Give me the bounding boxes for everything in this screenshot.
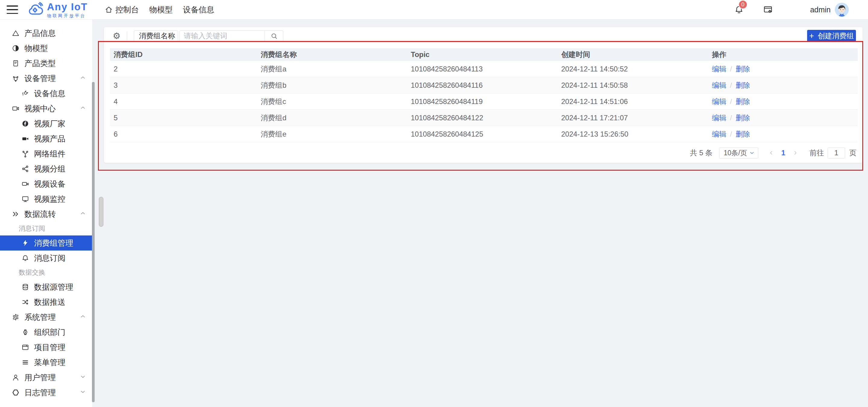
prev-page-button[interactable] (766, 148, 776, 159)
topnav-device-info[interactable]: 设备信息 (183, 0, 214, 19)
document-icon (11, 59, 20, 67)
sidebar-item-product-type[interactable]: 产品类型 (0, 56, 92, 71)
edit-link[interactable]: 编辑 (712, 81, 726, 89)
content-scrollbar[interactable] (99, 197, 103, 227)
chevron-up-icon (80, 313, 86, 322)
sidebar-item-device-management[interactable]: 设备管理 (0, 71, 92, 86)
sidebar-item-label: 菜单管理 (34, 357, 65, 368)
table-row: 3消费组b1010842582604841162024-12-11 14:50:… (110, 77, 858, 93)
sidebar: 产品信息物模型产品类型设备管理设备信息视频中心视频厂家视频产品网络组件视频分组视… (0, 19, 92, 407)
sidebar-item-consumer-group-management[interactable]: 消费组管理 (0, 236, 92, 251)
console-panel-icon[interactable] (762, 4, 774, 16)
home-icon (104, 5, 113, 14)
sidebar-item-label: 消息订阅 (34, 253, 65, 263)
sidebar-item-video-center[interactable]: 视频中心 (0, 101, 92, 116)
cell-id: 5 (110, 114, 261, 122)
sidebar-item-video-device[interactable]: 视频设备 (0, 176, 92, 191)
delete-link[interactable]: 删除 (736, 130, 750, 138)
sidebar-item-menu-management[interactable]: 菜单管理 (0, 355, 92, 370)
chevron-down-icon (749, 150, 755, 156)
sidebar-item-data-push[interactable]: 数据推送 (0, 294, 92, 310)
topnav-thing-model[interactable]: 物模型 (149, 0, 173, 19)
sidebar-item-label: 数据流转 (24, 209, 56, 219)
sidebar-item-video-vendor[interactable]: 视频厂家 (0, 116, 92, 131)
sidebar-item-device-info[interactable]: 设备信息 (0, 86, 92, 101)
delete-link[interactable]: 删除 (736, 65, 750, 73)
column-settings-gear-icon[interactable]: ⚙ (110, 30, 123, 41)
logo-subtitle: 物联网开放平台 (47, 13, 88, 18)
table-row: 6消费组e1010842582604841252024-12-13 15:26:… (110, 126, 858, 142)
cell-topic: 101084258260484116 (411, 81, 561, 90)
cell-name: 消费组c (261, 97, 411, 106)
sidebar-item-label: 系统管理 (24, 312, 56, 322)
sidebar-item-label: 产品信息 (24, 28, 56, 39)
sidebar-item-message-subscription[interactable]: 消息订阅 (0, 251, 92, 265)
page-size-select[interactable]: 10条/页 (719, 148, 758, 159)
sidebar-item-label: 数据推送 (34, 297, 65, 308)
delete-link[interactable]: 删除 (736, 97, 750, 105)
search-input[interactable] (179, 30, 265, 41)
half-circle-icon (11, 44, 20, 53)
table-row: 4消费组c1010842582604841192024-12-11 14:51:… (110, 93, 858, 110)
topbar-right: 0 admin (733, 3, 849, 17)
cell-name: 消费组b (261, 81, 411, 90)
cell-id: 3 (110, 81, 261, 90)
sidebar-item-org-department[interactable]: 组织部门 (0, 325, 92, 340)
topnav-label: 控制台 (116, 4, 139, 15)
cell-actions: 编辑/删除 (712, 64, 858, 74)
sidebar-item-video-group[interactable]: 视频分组 (0, 161, 92, 176)
cell-topic: 101084258260484122 (411, 114, 561, 122)
delete-link[interactable]: 删除 (736, 81, 750, 89)
sidebar-item-user-management[interactable]: 用户管理 (0, 370, 92, 385)
action-separator: / (730, 97, 732, 105)
sidebar-item-label: 产品类型 (24, 58, 56, 69)
sidebar-item-label: 视频中心 (24, 103, 56, 114)
edit-link[interactable]: 编辑 (712, 130, 726, 138)
hamburger-menu-icon[interactable] (7, 5, 18, 14)
sidebar-item-thing-model[interactable]: 物模型 (0, 41, 92, 56)
triangle-icon (11, 29, 20, 37)
topnav-console[interactable]: 控制台 (104, 0, 139, 19)
sidebar-item-product-info[interactable]: 产品信息 (0, 26, 92, 41)
action-separator: / (730, 114, 732, 122)
cell-topic: 101084258260484113 (411, 65, 561, 73)
notification-bell-icon[interactable]: 0 (733, 4, 745, 16)
cell-name: 消费组e (261, 129, 411, 139)
delete-link[interactable]: 删除 (736, 114, 750, 122)
table-header: 消费组ID消费组名称Topic创建时间操作 (110, 48, 858, 61)
edit-link[interactable]: 编辑 (712, 114, 726, 122)
sidebar-item-video-monitor[interactable]: 视频监控 (0, 191, 92, 207)
create-consumer-group-button[interactable]: + 创建消费组 (807, 30, 856, 42)
sidebar-item-system-management[interactable]: 系统管理 (0, 310, 92, 325)
sidebar-scrollbar[interactable] (92, 82, 95, 402)
search-button[interactable] (265, 30, 283, 41)
sidebar-item-data-flow[interactable]: 数据流转 (0, 207, 92, 222)
next-page-button[interactable] (790, 148, 801, 159)
video-camera-icon (11, 104, 20, 113)
cell-id: 2 (110, 65, 261, 73)
sidebar-item-project-management[interactable]: 项目管理 (0, 340, 92, 355)
lightning-icon (21, 239, 30, 247)
content-card: ⚙ 消费组名称 + 创建消费组 消费组ID消费组名称Topic创建时间操作 2消… (104, 27, 863, 163)
notification-badge: 0 (738, 0, 747, 9)
cloud-gear-logo-icon (26, 1, 44, 18)
topbar: Any IoT 物联网开放平台 控制台物模型设备信息 0 admin (0, 0, 868, 20)
avatar[interactable] (835, 3, 849, 17)
page-unit-label: 页 (849, 148, 857, 158)
cell-created: 2024-12-11 17:21:07 (561, 114, 712, 122)
edit-link[interactable]: 编辑 (712, 65, 726, 73)
sidebar-item-data-source-management[interactable]: 数据源管理 (0, 279, 92, 294)
current-page-number[interactable]: 1 (778, 149, 788, 157)
chevron-up-icon (80, 104, 86, 113)
edit-link[interactable]: 编辑 (712, 97, 726, 105)
sidebar-item-video-product[interactable]: 视频产品 (0, 131, 92, 146)
goto-page-input[interactable] (828, 148, 845, 159)
sidebar-item-log-management[interactable]: 日志管理 (0, 385, 92, 400)
window-icon (21, 343, 30, 351)
filter-field-select[interactable]: 消费组名称 (134, 30, 178, 41)
device-icon (11, 74, 20, 83)
sidebar-item-network-component[interactable]: 网络组件 (0, 146, 92, 161)
chevron-left-icon (768, 150, 774, 156)
share-icon (21, 165, 30, 173)
cell-actions: 编辑/删除 (712, 81, 858, 90)
